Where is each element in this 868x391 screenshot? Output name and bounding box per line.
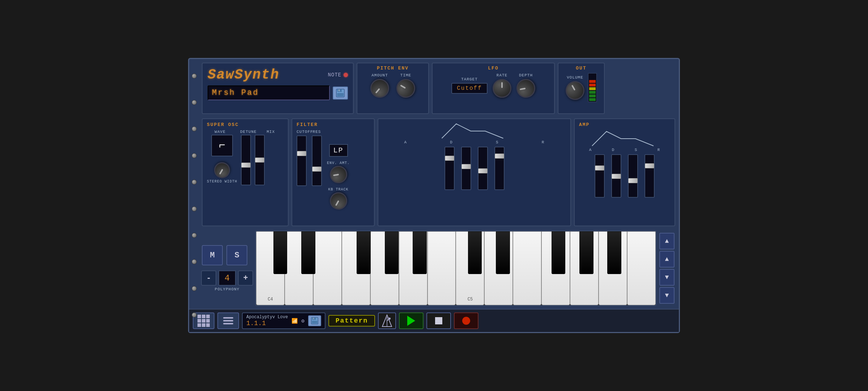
lfo-depth-knob[interactable] bbox=[515, 77, 537, 99]
metronome-button[interactable] bbox=[378, 312, 396, 329]
res-thumb bbox=[312, 167, 322, 172]
filter-r-slider[interactable] bbox=[494, 147, 505, 190]
cutoff-slider[interactable] bbox=[297, 135, 307, 186]
filter-env-svg bbox=[383, 122, 566, 140]
amp-r-thumb bbox=[645, 163, 654, 168]
list-view-button[interactable] bbox=[217, 312, 239, 329]
screw bbox=[192, 233, 197, 238]
pattern-button[interactable]: Pattern bbox=[328, 315, 375, 327]
detune-slider[interactable] bbox=[241, 135, 251, 185]
amp-env-svg bbox=[579, 130, 670, 148]
c5-label: C5 bbox=[468, 297, 473, 302]
svg-rect-6 bbox=[313, 318, 314, 319]
env-amt-knob[interactable] bbox=[328, 164, 349, 185]
play-icon bbox=[407, 316, 415, 326]
title-box: SawSynth NOTE Mrsh Pad bbox=[202, 63, 354, 114]
amp-a-slider[interactable] bbox=[595, 154, 605, 198]
amp-s-slider[interactable] bbox=[628, 154, 638, 198]
kb-track-knob[interactable] bbox=[327, 189, 350, 213]
polyphony-value: 4 bbox=[218, 270, 236, 286]
black-key-as5[interactable] bbox=[607, 231, 621, 274]
pitch-amount-knob[interactable] bbox=[366, 75, 393, 101]
black-key-gs4[interactable] bbox=[385, 231, 399, 274]
save-song-icon bbox=[311, 317, 319, 325]
wave-display[interactable]: ⌐ bbox=[211, 135, 233, 156]
filter-d-thumb bbox=[461, 164, 471, 169]
save-song-button[interactable] bbox=[308, 315, 321, 326]
vu-bar-yellow bbox=[589, 87, 596, 90]
stereo-width-row: STEREO WIDTH bbox=[207, 162, 237, 184]
lfo-target-display[interactable]: Cutoff bbox=[451, 83, 488, 94]
black-key-cs4[interactable] bbox=[273, 231, 288, 274]
black-key-fs5[interactable] bbox=[552, 231, 566, 274]
stop-button[interactable] bbox=[426, 312, 451, 329]
filter-s-col bbox=[478, 147, 488, 190]
svg-rect-2 bbox=[339, 89, 340, 91]
stop-icon bbox=[435, 317, 442, 324]
mix-thumb bbox=[255, 157, 264, 163]
lfo-rate-knob[interactable] bbox=[493, 79, 511, 98]
white-key-b4[interactable] bbox=[427, 231, 456, 305]
octave-down-2-button[interactable]: ▼ bbox=[659, 287, 675, 304]
amp-r-slider[interactable] bbox=[644, 154, 655, 198]
synth-title: SawSynth bbox=[208, 67, 279, 83]
song-info: Apocalyptyv Love 1.1.1 📶 ⚙ bbox=[242, 312, 326, 329]
c4-label: C4 bbox=[268, 297, 273, 302]
amp-d-slider[interactable] bbox=[611, 154, 621, 198]
black-key-cs5[interactable] bbox=[468, 231, 482, 274]
env-amt-group: ENV. AMT. bbox=[327, 161, 350, 183]
white-key-e4[interactable] bbox=[313, 231, 342, 305]
pitch-time-knob[interactable] bbox=[393, 75, 418, 101]
lfo-target-group: TARGET Cutoff bbox=[451, 77, 488, 94]
filter-a-col bbox=[444, 147, 455, 190]
filter-type-display[interactable]: LP bbox=[329, 144, 348, 157]
piano-keyboard[interactable]: C4 C5 bbox=[255, 231, 656, 306]
filter-label: FILTER bbox=[297, 122, 370, 127]
amp-a-header: A bbox=[586, 148, 596, 152]
list-line bbox=[223, 317, 233, 319]
top-row: SawSynth NOTE Mrsh Pad bbox=[189, 59, 679, 117]
list-line bbox=[223, 323, 233, 324]
mix-slider[interactable] bbox=[255, 135, 265, 185]
black-key-as4[interactable] bbox=[413, 231, 427, 274]
black-key-gs5[interactable] bbox=[579, 231, 593, 274]
white-key-e5[interactable] bbox=[513, 231, 541, 305]
volume-group: VOLUME bbox=[566, 75, 584, 100]
patch-row: Mrsh Pad bbox=[208, 85, 348, 100]
screw bbox=[192, 180, 197, 185]
octave-up-2-button[interactable]: ▲ bbox=[659, 251, 675, 268]
grid-cell bbox=[206, 319, 210, 323]
s-button[interactable]: S bbox=[226, 245, 247, 265]
record-button[interactable] bbox=[454, 312, 478, 329]
black-key-ds5[interactable] bbox=[496, 231, 510, 274]
detune-thumb bbox=[241, 163, 251, 168]
pitch-amount-group: AMOUNT bbox=[370, 73, 389, 98]
polyphony-decrease-button[interactable]: - bbox=[201, 270, 216, 286]
res-slider[interactable] bbox=[312, 135, 322, 186]
filter-s-slider[interactable] bbox=[478, 147, 488, 190]
octave-up-1-button[interactable]: ▲ bbox=[659, 233, 675, 249]
stereo-width-knob[interactable] bbox=[211, 159, 233, 181]
white-key-b5[interactable] bbox=[627, 231, 656, 305]
patch-display[interactable]: Mrsh Pad bbox=[208, 85, 330, 100]
filter-a-slider[interactable] bbox=[444, 147, 455, 190]
screw-rail bbox=[189, 59, 199, 332]
filter-d-slider[interactable] bbox=[461, 147, 471, 190]
filter-top: CUTOFF RES LP ENV. AMT bbox=[297, 130, 370, 210]
m-button[interactable]: M bbox=[202, 245, 223, 265]
octave-down-1-button[interactable]: ▼ bbox=[659, 269, 675, 286]
lfo-rate-label: RATE bbox=[497, 73, 507, 77]
volume-knob[interactable] bbox=[562, 77, 588, 103]
play-button[interactable] bbox=[399, 312, 424, 329]
bottom-bar: Apocalyptyv Love 1.1.1 📶 ⚙ Pattern bbox=[189, 309, 679, 332]
vu-bar bbox=[589, 91, 596, 94]
vu-bar-red bbox=[589, 84, 596, 87]
screw bbox=[192, 259, 197, 264]
filter-sliders: CUTOFF RES bbox=[297, 130, 322, 186]
black-key-fs4[interactable] bbox=[357, 231, 371, 274]
amp-a-thumb bbox=[595, 165, 604, 171]
save-button[interactable] bbox=[333, 87, 348, 100]
black-key-ds4[interactable] bbox=[301, 231, 315, 274]
polyphony-label: POLYPHONY bbox=[215, 287, 239, 291]
polyphony-increase-button[interactable]: + bbox=[238, 270, 253, 286]
